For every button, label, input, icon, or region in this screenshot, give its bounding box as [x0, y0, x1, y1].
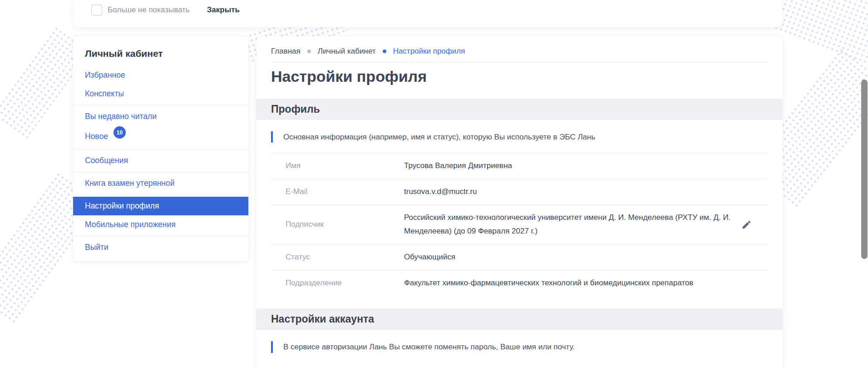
scrollbar-track[interactable] [861, 0, 868, 368]
account-section-header: Настройки аккаунта [256, 308, 783, 330]
profile-field-row: СтатусОбучающийся [271, 244, 768, 270]
sidebar-item[interactable]: Избранное [73, 66, 248, 85]
note-accent-bar [271, 341, 273, 353]
sidebar-item-label: Конспекты [85, 89, 124, 99]
sidebar-nav: ИзбранноеКонспектыВы недавно читалиНовое… [73, 66, 248, 257]
close-banner-button[interactable]: Закрыть [207, 5, 240, 15]
divider [271, 62, 768, 62]
sidebar: Личный кабинет ИзбранноеКонспектыВы неда… [73, 36, 248, 261]
divider [73, 149, 248, 149]
divider [73, 236, 248, 236]
breadcrumb-item[interactable]: Личный кабинет [318, 47, 376, 56]
breadcrumb-separator-dot [383, 50, 386, 53]
profile-field-row: ИмяТрусова Валерия Дмитриевна [271, 153, 768, 179]
profile-section-header: Профиль [256, 99, 783, 120]
profile-fields: ИмяТрусова Валерия ДмитриевнаE-Mailtruso… [271, 153, 768, 296]
page: Больше не показывать Закрыть Личный каби… [0, 0, 868, 368]
breadcrumb: ГлавнаяЛичный кабинетНастройки профиля [256, 36, 783, 56]
new-count-badge: 10 [113, 126, 126, 139]
divider [73, 172, 248, 172]
dont-show-again-label: Больше не показывать [108, 5, 190, 15]
edit-icon[interactable] [741, 219, 752, 230]
sidebar-item-label: Мобильные приложения [85, 220, 176, 229]
account-note-text: В сервисе авторизации Лань Вы сможете по… [283, 343, 575, 352]
field-label: Подразделение [286, 278, 404, 288]
profile-note-text: Основная информация (например, имя и ста… [283, 133, 595, 142]
sidebar-item[interactable]: Выйти [73, 238, 248, 257]
sidebar-item[interactable]: Настройки профиля [73, 197, 248, 215]
sidebar-item-label: Сообщения [85, 156, 128, 165]
sidebar-item[interactable]: Мобильные приложения [73, 215, 248, 234]
sidebar-item-label: Новое [85, 132, 108, 141]
sidebar-item-label: Книга взамен утерянной [85, 179, 175, 188]
breadcrumb-item: Настройки профиля [393, 47, 465, 56]
scrollbar-thumb[interactable] [861, 80, 868, 259]
main-card: ГлавнаяЛичный кабинетНастройки профиля Н… [256, 36, 783, 368]
page-title: Настройки профиля [271, 67, 768, 86]
sidebar-item[interactable]: Сообщения [73, 151, 248, 170]
sidebar-item[interactable]: Новое10 [73, 126, 248, 147]
field-value: Факультет химико-фармацевтических технол… [404, 276, 693, 290]
field-label: E-Mail [286, 187, 404, 196]
sidebar-item-label: Настройки профиля [85, 201, 159, 211]
notification-banner: Больше не показывать Закрыть [73, 0, 783, 27]
sidebar-item-label: Вы недавно читали [85, 112, 157, 121]
field-label: Имя [286, 161, 404, 170]
profile-note: Основная информация (например, имя и ста… [271, 131, 768, 153]
note-accent-bar [271, 131, 273, 143]
divider [73, 105, 248, 105]
pencil-icon [741, 219, 752, 230]
field-value: Трусова Валерия Дмитриевна [404, 159, 512, 173]
breadcrumb-item[interactable]: Главная [271, 47, 301, 56]
sidebar-title: Личный кабинет [73, 36, 248, 66]
sidebar-item[interactable]: Вы недавно читали [73, 107, 248, 126]
account-note: В сервисе авторизации Лань Вы сможете по… [271, 341, 768, 363]
field-value: Обучающийся [404, 250, 455, 264]
sidebar-item-label: Выйти [85, 243, 108, 252]
breadcrumb-separator-dot [307, 50, 311, 53]
field-value: trusova.v.d@muctr.ru [404, 185, 477, 199]
profile-field-row: ПодразделениеФакультет химико-фармацевти… [271, 270, 768, 296]
sidebar-item-label: Избранное [85, 70, 125, 80]
dont-show-again-checkbox[interactable] [91, 5, 102, 15]
sidebar-item[interactable]: Конспекты [73, 85, 248, 103]
profile-field-row: E-Mailtrusova.v.d@muctr.ru [271, 179, 768, 204]
sidebar-item[interactable]: Книга взамен утерянной [73, 174, 248, 193]
field-label: Подписчик [286, 220, 404, 229]
divider [73, 194, 248, 195]
profile-field-row: ПодписчикРоссийский химико-технологическ… [271, 204, 768, 244]
field-value: Российский химико-технологический универ… [404, 211, 741, 238]
field-label: Статус [286, 253, 404, 262]
